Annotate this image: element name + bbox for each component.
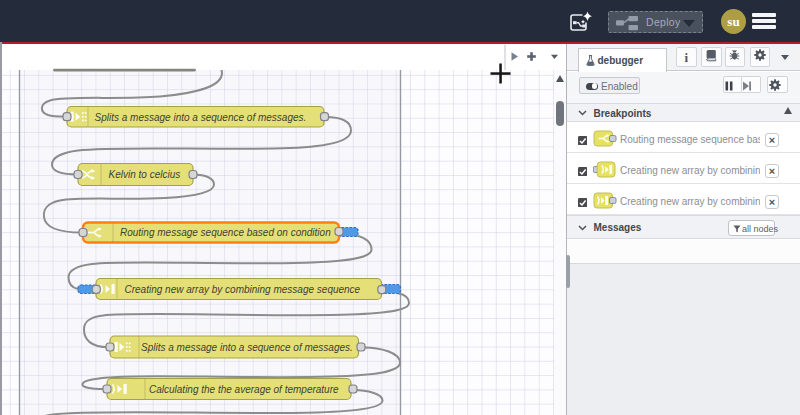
svg-text:Creating new array by combinin: Creating new array by combining message …	[125, 284, 361, 295]
svg-text:Splits a message into a sequen: Splits a message into a sequence of mess…	[95, 112, 307, 123]
svg-text:Routing message sequence based: Routing message sequence based on condit…	[120, 227, 331, 238]
svg-text:Splits a message into a sequen: Splits a message into a sequence of mess…	[141, 342, 353, 353]
svg-text:Calculating the the average of: Calculating the the average of temperatu…	[149, 384, 339, 395]
svg-text:Kelvin to celcius: Kelvin to celcius	[109, 169, 181, 180]
